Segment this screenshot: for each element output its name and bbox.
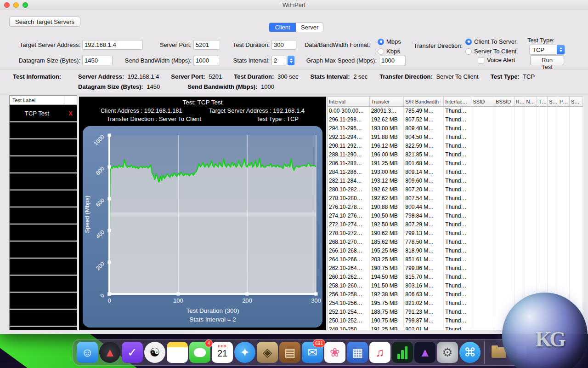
segment-server[interactable]: Server xyxy=(296,23,323,32)
titlebar[interactable]: WiFiPerf xyxy=(0,0,588,10)
table-row[interactable]: 258.10-260…191.50 MB803.16 M…Thund… xyxy=(328,282,583,290)
test-type-popup-arrows-icon[interactable] xyxy=(557,45,565,55)
test-list-header[interactable]: Test Label xyxy=(10,96,77,105)
column-header[interactable]: S/R Bandwidth xyxy=(404,97,444,106)
contacts-book-icon[interactable]: ▤ xyxy=(279,342,300,363)
table-row[interactable]: 280.10-282…192.62 MB807.20 M…Thund… xyxy=(328,185,583,194)
table-cell xyxy=(471,273,494,282)
test-list-item[interactable]: TCP TestX xyxy=(10,105,77,122)
music-icon[interactable]: ♫ xyxy=(369,342,390,363)
zoom-button[interactable] xyxy=(23,2,28,8)
calendar-icon[interactable]: FEB21 xyxy=(212,342,233,363)
table-row[interactable]: 264.10-266…203.25 MB851.61 M…Thund… xyxy=(328,255,583,264)
table-row[interactable]: 284.11-286…193.00 MB809.14 M…Thund… xyxy=(328,168,583,177)
safari-icon[interactable]: ✦ xyxy=(234,342,255,363)
table-row[interactable]: 282.11-284…193.12 MB809.60 M…Thund… xyxy=(328,177,583,185)
table-row[interactable]: 268.10-270…185.62 MB778.50 M…Thund… xyxy=(328,238,583,247)
voice-alert-control[interactable]: Voice Alert xyxy=(478,57,515,63)
table-row[interactable]: 0.00-300.00…28091.3…785.49 M…Thund… xyxy=(328,106,583,115)
column-header[interactable]: N… xyxy=(525,97,537,106)
table-cell xyxy=(471,212,494,220)
table-row[interactable]: 274.10-276…190.50 MB798.84 M…Thund… xyxy=(328,212,583,220)
graph-max-speed-input[interactable] xyxy=(379,56,406,65)
table-row[interactable]: 270.10-272…190.62 MB799.13 M…Thund… xyxy=(328,229,583,238)
table-row[interactable]: 260.10-262…194.50 MB815.70 M…Thund… xyxy=(328,273,583,282)
segment-client[interactable]: Client xyxy=(269,23,296,32)
datagram-size-input[interactable] xyxy=(82,56,113,65)
close-button[interactable] xyxy=(4,2,10,8)
affinity-triangle-icon[interactable]: ▲ xyxy=(414,342,435,363)
test-type-popup[interactable]: TCP xyxy=(529,45,565,55)
radio-stc-dot[interactable] xyxy=(465,48,472,55)
minimize-button[interactable] xyxy=(13,2,19,8)
rocket-launchpad-icon[interactable]: ▲ xyxy=(99,342,120,363)
radio-mbps-dot[interactable] xyxy=(378,39,384,45)
table-row[interactable]: 278.10-280…192.62 MB807.54 M…Thund… xyxy=(328,194,583,203)
column-header[interactable]: R… xyxy=(514,97,525,106)
table-cell: 800.44 M… xyxy=(404,203,444,212)
table-row[interactable]: 292.11-294…191.88 MB804.50 M…Thund… xyxy=(328,133,583,142)
stocks-chart-icon[interactable] xyxy=(392,342,413,363)
table-row[interactable]: 290.11-292…196.12 MB822.59 M…Thund… xyxy=(328,142,583,150)
messages-icon[interactable]: 4 xyxy=(189,342,210,363)
mail-icon[interactable]: ✉691 xyxy=(302,342,323,363)
table-row[interactable]: 286.11-288…191.25 MB801.68 M…Thund… xyxy=(328,159,583,168)
table-cell xyxy=(558,229,570,238)
table-row[interactable]: 276.10-278…190.88 MB800.44 M…Thund… xyxy=(328,203,583,212)
stats-interval-input[interactable] xyxy=(271,56,286,65)
table-row[interactable]: 272.10-274…192.50 MB807.29 M…Thund… xyxy=(328,220,583,229)
table-cell: 801.68 M… xyxy=(404,159,444,168)
table-cell xyxy=(494,299,514,308)
table-cell: Thund… xyxy=(444,124,471,133)
table-cell xyxy=(525,185,537,194)
column-header[interactable]: SSID xyxy=(471,97,494,106)
column-header[interactable]: Interfac… xyxy=(444,97,471,106)
radio-server-to-client[interactable]: Server To Client xyxy=(465,47,516,56)
radio-mbps[interactable]: Mbps xyxy=(378,37,401,46)
column-header[interactable]: S… xyxy=(548,97,558,106)
radio-cts-dot[interactable] xyxy=(465,39,472,45)
table-cell xyxy=(558,255,570,264)
table-cell xyxy=(514,264,525,273)
run-test-button[interactable]: Run Test xyxy=(530,55,564,65)
voice-alert-checkbox[interactable] xyxy=(478,57,484,63)
notes-icon[interactable] xyxy=(167,342,188,363)
column-header[interactable]: T… xyxy=(537,97,548,106)
server-port-input[interactable] xyxy=(193,40,220,50)
artwork-stamp-icon[interactable]: ◈ xyxy=(257,342,278,363)
test-duration-input[interactable] xyxy=(271,40,296,50)
radio-kbps-dot[interactable] xyxy=(378,48,384,55)
table-row[interactable]: 288.11-290…196.00 MB821.85 M…Thund… xyxy=(328,150,583,159)
affinity-triangle-icon-glyph: ▲ xyxy=(419,346,431,358)
table-cell xyxy=(537,177,548,185)
remove-test-icon[interactable]: X xyxy=(64,110,77,117)
radio-stc-label: Server To Client xyxy=(474,48,516,55)
radio-kbps[interactable]: Kbps xyxy=(378,47,401,56)
table-cell: 252.10-254… xyxy=(328,308,369,316)
table-row[interactable]: 266.10-268…195.25 MB818.90 M…Thund… xyxy=(328,247,583,255)
send-bandwidth-input[interactable] xyxy=(193,56,220,65)
texture-grid-icon[interactable]: ▦ xyxy=(347,342,368,363)
table-row[interactable]: 294.11-296…193.00 MB809.40 M…Thund… xyxy=(328,124,583,133)
photos-icon[interactable]: ❀ xyxy=(324,342,345,363)
system-preferences-gear-icon[interactable]: ⚙ xyxy=(437,342,458,363)
target-server-address-input[interactable] xyxy=(82,40,143,50)
shortcuts-icon[interactable]: ⌘ xyxy=(459,342,481,363)
stats-interval-stepper[interactable] xyxy=(288,56,294,65)
column-header[interactable]: Transfer xyxy=(369,97,404,106)
table-cell: Thund… xyxy=(444,299,471,308)
column-header[interactable]: S… xyxy=(569,97,582,106)
yin-yang-icon[interactable]: ☯ xyxy=(144,342,165,363)
finder-icon[interactable]: ☺ xyxy=(77,342,98,363)
column-header[interactable]: Interval xyxy=(328,97,369,106)
things-checkmark-icon[interactable]: ✓ xyxy=(122,342,143,363)
column-header[interactable]: P… xyxy=(558,97,570,106)
table-cell xyxy=(471,229,494,238)
table-row[interactable]: 262.10-264…190.75 MB799.86 M…Thund… xyxy=(328,264,583,273)
table-cell: Thund… xyxy=(444,212,471,220)
search-target-servers-button[interactable]: Search Target Servers xyxy=(9,17,80,27)
table-cell xyxy=(569,124,582,133)
table-row[interactable]: 296.11-298…192.62 MB807.52 M…Thund… xyxy=(328,115,583,124)
radio-client-to-server[interactable]: Client To Server xyxy=(465,37,516,46)
column-header[interactable]: BSSID xyxy=(494,97,514,106)
